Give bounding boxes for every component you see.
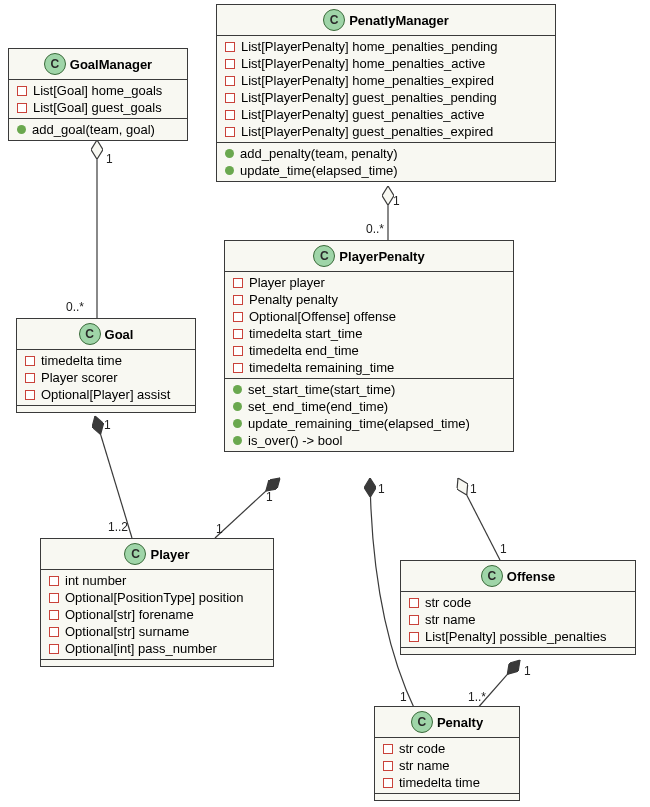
class-icon: C <box>481 565 503 587</box>
class-playerpenalty: C PlayerPenalty Player player Penalty pe… <box>224 240 514 452</box>
private-icon <box>225 59 235 69</box>
mult-label: 1 <box>378 482 385 496</box>
class-penalty: C Penalty str code str name timedelta ti… <box>374 706 520 801</box>
private-icon <box>233 363 243 373</box>
private-icon <box>225 76 235 86</box>
private-icon <box>409 598 419 608</box>
private-icon <box>25 390 35 400</box>
private-icon <box>225 110 235 120</box>
private-icon <box>409 632 419 642</box>
mult-label: 1..2 <box>108 520 128 534</box>
mult-label: 1 <box>216 522 223 536</box>
private-icon <box>25 356 35 366</box>
private-icon <box>49 610 59 620</box>
private-icon <box>25 373 35 383</box>
mult-label: 1..* <box>468 690 486 704</box>
mult-label: 1 <box>500 542 507 556</box>
mult-label: 1 <box>104 418 111 432</box>
class-icon: C <box>79 323 101 345</box>
class-name: Player <box>150 547 189 562</box>
class-goalmanager: C GoalManager List[Goal] home_goals List… <box>8 48 188 141</box>
mult-label: 0..* <box>66 300 84 314</box>
class-name: PenatlyManager <box>349 13 449 28</box>
class-icon: C <box>44 53 66 75</box>
class-header: C GoalManager <box>9 49 187 80</box>
public-icon <box>233 419 242 428</box>
public-icon <box>233 385 242 394</box>
private-icon <box>225 42 235 52</box>
class-icon: C <box>411 711 433 733</box>
class-penaltymanager: C PenatlyManager List[PlayerPenalty] hom… <box>216 4 556 182</box>
public-icon <box>233 402 242 411</box>
private-icon <box>49 576 59 586</box>
private-icon <box>49 627 59 637</box>
private-icon <box>225 93 235 103</box>
class-offense: C Offense str code str name List[Penalty… <box>400 560 636 655</box>
public-icon <box>233 436 242 445</box>
mult-label: 1 <box>266 490 273 504</box>
private-icon <box>233 329 243 339</box>
class-name: Goal <box>105 327 134 342</box>
methods: add_goal(team, goal) <box>9 119 187 140</box>
class-name: GoalManager <box>70 57 152 72</box>
class-icon: C <box>323 9 345 31</box>
private-icon <box>225 127 235 137</box>
private-icon <box>49 644 59 654</box>
private-icon <box>233 278 243 288</box>
private-icon <box>409 615 419 625</box>
mult-label: 1 <box>106 152 113 166</box>
private-icon <box>49 593 59 603</box>
private-icon <box>17 103 27 113</box>
class-name: Offense <box>507 569 555 584</box>
private-icon <box>383 744 393 754</box>
svg-line-3 <box>215 478 280 538</box>
private-icon <box>233 295 243 305</box>
class-icon: C <box>124 543 146 565</box>
svg-line-4 <box>458 478 500 560</box>
mult-label: 1 <box>470 482 477 496</box>
public-icon <box>225 166 234 175</box>
class-name: Penalty <box>437 715 483 730</box>
private-icon <box>383 761 393 771</box>
class-icon: C <box>313 245 335 267</box>
private-icon <box>233 312 243 322</box>
attrs: List[Goal] home_goals List[Goal] guest_g… <box>9 80 187 119</box>
private-icon <box>233 346 243 356</box>
mult-label: 1 <box>393 194 400 208</box>
mult-label: 1 <box>400 690 407 704</box>
class-goal: C Goal timedelta time Player scorer Opti… <box>16 318 196 413</box>
public-icon <box>17 125 26 134</box>
mult-label: 1 <box>524 664 531 678</box>
private-icon <box>383 778 393 788</box>
class-player: C Player int number Optional[PositionTyp… <box>40 538 274 667</box>
private-icon <box>17 86 27 96</box>
class-name: PlayerPenalty <box>339 249 424 264</box>
mult-label: 0..* <box>366 222 384 236</box>
public-icon <box>225 149 234 158</box>
